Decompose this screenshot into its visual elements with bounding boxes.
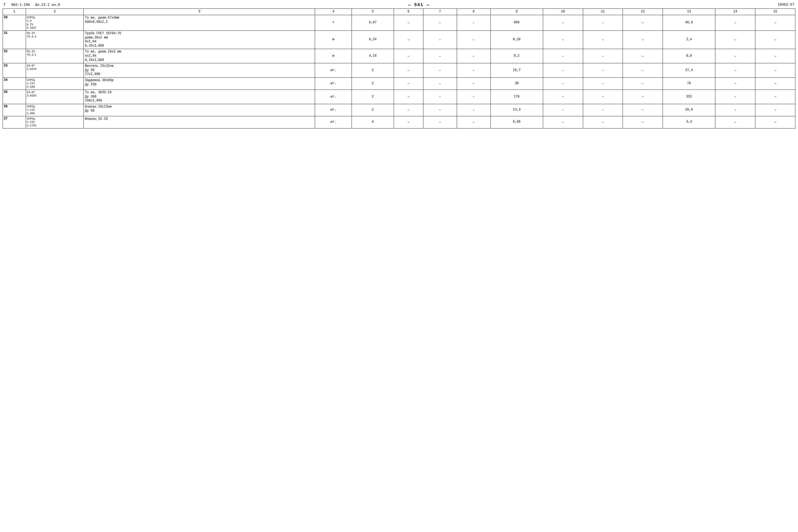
row-col10: –: [543, 77, 583, 90]
row-ref: ССРСЦ ч.III п.I79I: [26, 116, 84, 128]
row-col14: –: [715, 15, 755, 31]
row-col7: –: [423, 77, 457, 90]
row-col13: 3,4: [663, 116, 715, 128]
col-header-7: 7: [423, 9, 457, 15]
row-col14: –: [715, 31, 755, 49]
row-col4: м: [315, 49, 352, 63]
row-col7: –: [423, 116, 457, 128]
row-col9: I3,3: [490, 104, 543, 116]
row-ref: ССРСЦ ч.У р.IV п.3317: [26, 15, 84, 31]
row-col12: –: [623, 104, 663, 116]
row-col5: 0,07: [352, 15, 394, 31]
row-col8: –: [457, 63, 490, 78]
row-col11: –: [583, 49, 623, 63]
row-num: 33: [3, 63, 26, 78]
row-col9: 38: [490, 77, 543, 90]
row-col11: –: [583, 15, 623, 31]
col-header-12: 12: [623, 9, 663, 15]
row-col15: –: [755, 104, 795, 116]
row-col5: 6,24: [352, 31, 394, 49]
row-col10: –: [543, 63, 583, 78]
row-description: Задвижка 30ч6бр Ду I50: [84, 77, 315, 90]
row-col4: шт.: [315, 90, 352, 104]
row-col10: –: [543, 15, 583, 31]
table-row: 32ОI-I3 тб.3.IТо же, диам.I8х2 мм 4хI,94…: [3, 49, 795, 63]
page-header: Г 903-I-I99 Ал.I3.I кн.8 — 541 — 19462-5…: [3, 3, 795, 7]
row-col6: –: [394, 31, 423, 49]
row-description: Фланец 32-I6: [84, 116, 315, 128]
col-header-15: 15: [755, 9, 795, 15]
row-col11: –: [583, 63, 623, 78]
row-ref: 23-07 I-0479: [26, 63, 84, 78]
row-col10: –: [543, 116, 583, 128]
table-row: 37ССРСЦ ч.III п.I79IФланец 32-I6шт.4–––0…: [3, 116, 795, 128]
row-col10: –: [543, 90, 583, 104]
row-col15: –: [755, 77, 795, 90]
row-num: 32: [3, 49, 26, 63]
row-col12: –: [623, 63, 663, 78]
main-table: 1 2 3 4 5 6 7 8 9 10 11 12 13 14 15 30СС…: [3, 8, 795, 129]
row-col7: –: [423, 31, 457, 49]
table-row: 36ССРСЦ ч.III п.856Клапан I6сI3нж Ду 50ш…: [3, 104, 795, 116]
row-col5: 2: [352, 104, 394, 116]
row-col4: шт.: [315, 104, 352, 116]
row-col9: I76: [490, 90, 543, 104]
doc-id: 903-I-I99: [11, 3, 30, 7]
col-header-3: 3: [84, 9, 315, 15]
header-left: Г 903-I-I99 Ал.I3.I кн.8: [4, 3, 60, 7]
col-header-6: 6: [394, 9, 423, 15]
row-ref: ОI-I3 тб.3.I: [26, 31, 84, 49]
row-num: 30: [3, 15, 26, 31]
col-header-5: 5: [352, 9, 394, 15]
row-col8: –: [457, 31, 490, 49]
col-header-1: 1: [3, 9, 26, 15]
col-header-2: 2: [26, 9, 84, 15]
row-col6: –: [394, 90, 423, 104]
row-col14: –: [715, 116, 755, 128]
row-col4: м: [315, 31, 352, 49]
row-col8: –: [457, 15, 490, 31]
table-row: 31ОI-I3 тб.3.IТруба ГОСТ I0704-76 диам.3…: [3, 31, 795, 49]
row-col15: –: [755, 63, 795, 78]
row-col9: 0,28: [490, 31, 543, 49]
row-col6: –: [394, 15, 423, 31]
row-col15: –: [755, 15, 795, 31]
row-col15: –: [755, 31, 795, 49]
row-col11: –: [583, 77, 623, 90]
row-col12: –: [623, 116, 663, 128]
row-col12: –: [623, 90, 663, 104]
page-number: — 541 —: [408, 3, 430, 7]
row-num: 36: [3, 104, 26, 116]
row-col13: 0,8: [663, 49, 715, 63]
table-row: 30ССРСЦ ч.У р.IV п.3317То же, диам.57х3м…: [3, 15, 795, 31]
row-num: 34: [3, 77, 26, 90]
row-col13: 26,6: [663, 104, 715, 116]
row-description: Вентиль I5с22нж Ду 50 I7хI,098: [84, 63, 315, 78]
col-header-4: 4: [315, 9, 352, 15]
row-ref: ССРСЦ ч.III п.856: [26, 104, 84, 116]
col-header-11: 11: [583, 9, 623, 15]
row-ref: ССРСЦ ч.III п.649: [26, 77, 84, 90]
row-col10: –: [543, 31, 583, 49]
row-col10: –: [543, 104, 583, 116]
row-col4: шт.: [315, 77, 352, 90]
row-description: Клапан I6сI3нж Ду 50: [84, 104, 315, 116]
row-col12: –: [623, 15, 663, 31]
col-header-10: 10: [543, 9, 583, 15]
row-col6: –: [394, 104, 423, 116]
col-header-13: 13: [663, 9, 715, 15]
row-col10: –: [543, 49, 583, 63]
col-header-9: 9: [490, 9, 543, 15]
row-description: То же, диам.57х3мм 690х0,88хI,I: [84, 15, 315, 31]
row-col6: –: [394, 49, 423, 63]
header-row: 1 2 3 4 5 6 7 8 9 10 11 12 13 14 15: [3, 9, 795, 15]
row-num: 35: [3, 90, 26, 104]
doc-ref: Ал.I3.I кн.8: [35, 3, 60, 7]
row-description: Труба ГОСТ I0704-76 диам.38х2 мм 6хI,04 …: [84, 31, 315, 49]
row-col14: –: [715, 77, 755, 90]
row-col11: –: [583, 116, 623, 128]
row-col11: –: [583, 90, 623, 104]
row-col14: –: [715, 63, 755, 78]
row-col12: –: [623, 49, 663, 63]
row-col7: –: [423, 63, 457, 78]
